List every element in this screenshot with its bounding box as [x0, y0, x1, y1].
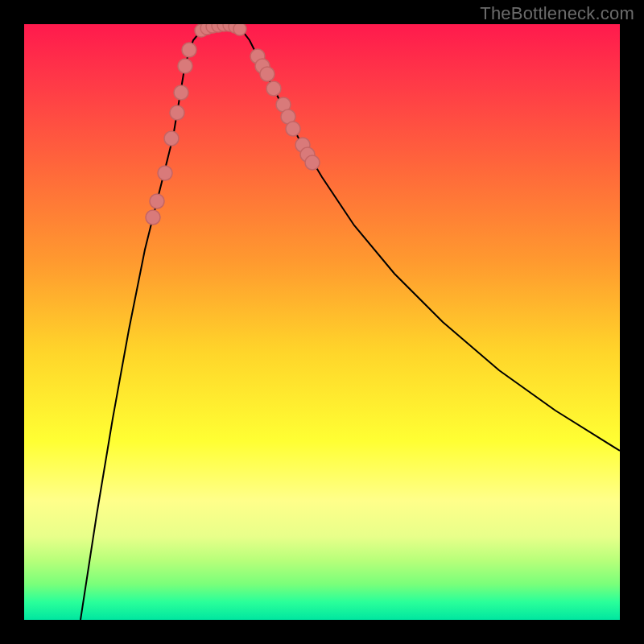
plot-area [24, 24, 620, 620]
dots-left-branch [146, 43, 196, 225]
curve-svg [24, 24, 620, 620]
watermark-text: TheBottleneck.com [480, 3, 634, 24]
data-dot [158, 166, 172, 180]
data-dot [305, 155, 320, 170]
dots-valley-floor [195, 24, 246, 37]
data-dot [266, 81, 281, 96]
curve-right-branch [242, 30, 620, 451]
data-dot [146, 210, 160, 225]
data-dot [170, 105, 184, 120]
data-dot [182, 43, 196, 57]
data-dot [178, 59, 192, 73]
data-dot [150, 194, 164, 208]
data-dot [286, 122, 300, 136]
data-dot [164, 131, 179, 146]
curve-left-branch [80, 31, 201, 620]
chart-frame: TheBottleneck.com [0, 0, 644, 644]
data-dot [233, 24, 246, 35]
dots-right-branch [250, 49, 320, 170]
data-dot [260, 67, 275, 81]
data-dot [174, 85, 188, 100]
